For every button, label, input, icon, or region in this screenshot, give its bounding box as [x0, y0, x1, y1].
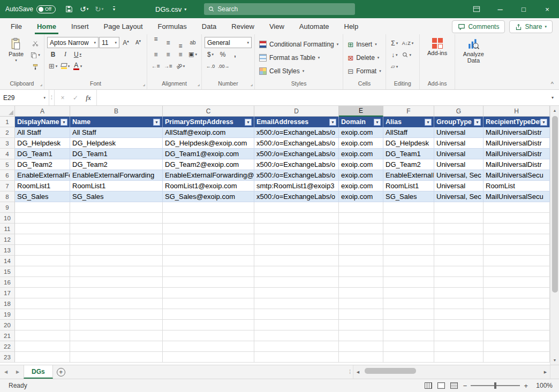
ribbon-tab-home[interactable]: Home	[29, 18, 64, 34]
cell-H20[interactable]	[484, 320, 550, 330]
cell-E11[interactable]	[339, 224, 383, 234]
cell-A1[interactable]: DisplayName▼	[15, 117, 70, 127]
select-all-corner[interactable]	[0, 106, 15, 117]
cell-D15[interactable]	[254, 266, 339, 277]
addins-button[interactable]: Add-ins	[424, 36, 451, 56]
font-dialog-launcher-icon[interactable]: ⌟	[143, 81, 145, 87]
cell-E8[interactable]: exoip.com	[339, 191, 383, 202]
row-header-21[interactable]: 21	[0, 330, 15, 341]
cell-C20[interactable]	[163, 320, 254, 330]
sort-filter-button[interactable]: A↓Z▾	[401, 37, 415, 49]
column-header-B[interactable]: B	[70, 106, 163, 117]
align-bottom-button[interactable]: ≡	[175, 37, 186, 48]
cell-D10[interactable]	[254, 213, 339, 224]
ribbon-tab-insert[interactable]: Insert	[64, 18, 96, 34]
ribbon-tab-page-layout[interactable]: Page Layout	[96, 18, 150, 34]
cell-C7[interactable]: RoomList1@exoip.com	[163, 181, 254, 191]
cell-A15[interactable]	[15, 266, 70, 277]
redo-button[interactable]: ↻▾	[92, 2, 106, 17]
row-header-13[interactable]: 13	[0, 245, 15, 256]
vertical-scroll-thumb[interactable]	[552, 116, 558, 293]
cell-E23[interactable]	[339, 352, 383, 363]
cell-D18[interactable]	[254, 298, 339, 309]
format-painter-button[interactable]	[29, 61, 41, 72]
row-header-22[interactable]: 22	[0, 341, 15, 352]
font-name-select[interactable]: Aptos Narrow▾	[47, 37, 99, 48]
cell-G18[interactable]	[434, 298, 484, 309]
row-header-12[interactable]: 12	[0, 234, 15, 245]
underline-button[interactable]: U▾	[72, 49, 84, 60]
align-left-button[interactable]: ≡	[150, 49, 162, 60]
cell-H3[interactable]: MailUniversalDistr	[484, 138, 550, 149]
cell-E2[interactable]: exoip.com	[339, 127, 383, 138]
share-button[interactable]: Share ▾	[509, 20, 553, 33]
cell-F3[interactable]: DG_Helpdesk	[383, 138, 434, 149]
ribbon-tab-formulas[interactable]: Formulas	[150, 18, 194, 34]
cell-B15[interactable]	[70, 266, 163, 277]
cell-F19[interactable]	[383, 309, 434, 320]
filter-icon[interactable]: ▼	[329, 119, 336, 126]
cell-E17[interactable]	[339, 288, 383, 298]
cell-A22[interactable]	[15, 341, 70, 352]
sheet-nav-left-icon[interactable]: ◀	[0, 365, 12, 379]
cell-C11[interactable]	[163, 224, 254, 234]
autosum-button[interactable]: Σ▾	[389, 37, 401, 49]
cell-D2[interactable]: x500:/o=ExchangeLabs/o	[254, 127, 339, 138]
column-header-C[interactable]: C	[163, 106, 254, 117]
cell-F5[interactable]: DG_Team2	[383, 159, 434, 170]
cell-E10[interactable]	[339, 213, 383, 224]
cell-G14[interactable]	[434, 256, 484, 266]
cell-B11[interactable]	[70, 224, 163, 234]
cell-D11[interactable]	[254, 224, 339, 234]
row-header-17[interactable]: 17	[0, 288, 15, 298]
cell-B22[interactable]	[70, 341, 163, 352]
minimize-button[interactable]: ─	[488, 0, 512, 18]
cell-F12[interactable]	[383, 234, 434, 245]
row-header-15[interactable]: 15	[0, 266, 15, 277]
row-header-2[interactable]: 2	[0, 127, 15, 138]
cell-A20[interactable]	[15, 320, 70, 330]
cell-C18[interactable]	[163, 298, 254, 309]
search-input[interactable]	[217, 5, 351, 13]
conditional-formatting-button[interactable]: Conditional Formatting ▾	[258, 39, 340, 50]
cell-D16[interactable]	[254, 277, 339, 288]
scroll-left-icon[interactable]: ◀	[353, 367, 362, 376]
align-top-button[interactable]: ≡	[150, 37, 162, 48]
cell-F1[interactable]: Alias▼	[383, 117, 434, 127]
maximize-button[interactable]: □	[512, 0, 535, 18]
cell-F13[interactable]	[383, 245, 434, 256]
filter-icon[interactable]: ▼	[425, 119, 432, 126]
cell-B13[interactable]	[70, 245, 163, 256]
cell-E21[interactable]	[339, 330, 383, 341]
number-format-select[interactable]: General▾	[205, 37, 252, 48]
cell-E6[interactable]: exoip.com	[339, 170, 383, 181]
fill-button[interactable]: ↓▾	[389, 49, 401, 60]
cell-G10[interactable]	[434, 213, 484, 224]
cell-B23[interactable]	[70, 352, 163, 363]
page-break-preview-icon[interactable]	[450, 382, 458, 389]
cell-G6[interactable]: Universal, Sec	[434, 170, 484, 181]
cell-A16[interactable]	[15, 277, 70, 288]
normal-view-icon[interactable]	[425, 382, 432, 389]
scroll-right-icon[interactable]: ▶	[541, 367, 550, 376]
cell-B17[interactable]	[70, 288, 163, 298]
cell-C15[interactable]	[163, 266, 254, 277]
font-color-button[interactable]: A▾	[72, 60, 84, 72]
cell-D14[interactable]	[254, 256, 339, 266]
column-header-H[interactable]: H	[484, 106, 550, 117]
cell-C16[interactable]	[163, 277, 254, 288]
cell-E4[interactable]: exoip.com	[339, 149, 383, 159]
cell-C12[interactable]	[163, 234, 254, 245]
cell-D7[interactable]: smtp:RoomList1@exoip3	[254, 181, 339, 191]
cell-H21[interactable]	[484, 330, 550, 341]
cell-B16[interactable]	[70, 277, 163, 288]
cell-H19[interactable]	[484, 309, 550, 320]
row-header-1[interactable]: 1	[0, 117, 15, 127]
cell-D20[interactable]	[254, 320, 339, 330]
collapse-ribbon-icon[interactable]: ^	[551, 81, 554, 87]
increase-decimal-button[interactable]: ←.0	[205, 60, 216, 72]
cell-G12[interactable]	[434, 234, 484, 245]
cell-H10[interactable]	[484, 213, 550, 224]
cell-F10[interactable]	[383, 213, 434, 224]
save-button[interactable]	[62, 2, 76, 17]
